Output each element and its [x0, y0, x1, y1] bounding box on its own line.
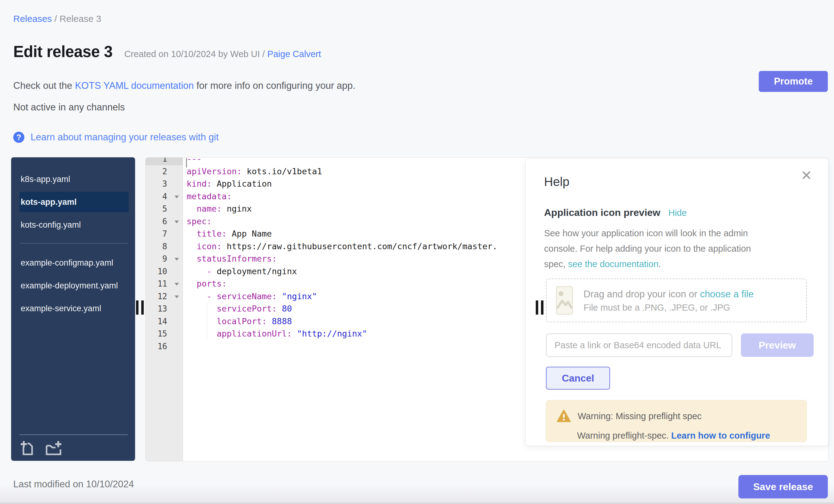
- code-token: [186, 229, 197, 238]
- gutter-line-11[interactable]: 11: [146, 278, 182, 290]
- sidebar-footer: [19, 435, 128, 461]
- gutter-line-4[interactable]: 4: [146, 190, 182, 203]
- icon-url-row: Preview: [546, 333, 814, 357]
- close-icon[interactable]: ✕: [801, 169, 812, 182]
- kots-yaml-docs-link[interactable]: KOTS YAML documentation: [75, 80, 194, 91]
- sidebar-file-example-deployment.yaml[interactable]: example-deployment.yaml: [19, 276, 129, 296]
- created-text: Created on 10/10/2024 by Web UI /: [124, 49, 267, 59]
- image-placeholder-icon: [556, 286, 573, 315]
- preview-button[interactable]: Preview: [741, 333, 814, 357]
- code-token: [186, 266, 207, 276]
- code-token: kind:: [186, 179, 212, 189]
- code-token: title:: [197, 229, 227, 238]
- save-release-button[interactable]: Save release: [739, 475, 828, 499]
- icon-preview-title: Application icon preview: [544, 207, 660, 218]
- code-token: -: [207, 291, 212, 301]
- code-token: [186, 279, 197, 288]
- created-info: Created on 10/10/2024 by Web UI / Paige …: [124, 49, 321, 59]
- question-circle-icon: ?: [13, 132, 24, 143]
- code-token: [186, 329, 217, 338]
- code-token: ports:: [197, 279, 227, 288]
- gutter-line-16[interactable]: 16: [146, 340, 182, 353]
- sidebar-file-example-service.yaml[interactable]: example-service.yaml: [19, 298, 129, 319]
- file-sidebar: k8s-app.yamlkots-app.yamlkots-config.yam…: [11, 157, 135, 461]
- add-folder-icon[interactable]: [44, 440, 63, 457]
- sidebar-resize-handle[interactable]: [136, 301, 144, 314]
- help-panel: ✕ Help Application icon preview Hide See…: [525, 158, 829, 446]
- sidebar-divider: [20, 243, 128, 243]
- code-token: apiVersion:: [186, 167, 242, 176]
- footer-bar: Last modified on 10/10/2024 Save release: [0, 461, 834, 504]
- code-token: icon:: [197, 242, 222, 251]
- code-token: [212, 291, 217, 301]
- dropzone-text-prefix: Drag and drop your icon or: [584, 289, 700, 300]
- sidebar-file-list: k8s-app.yamlkots-app.yamlkots-config.yam…: [11, 157, 135, 319]
- gutter-line-9[interactable]: 9: [146, 253, 182, 265]
- code-token: statusInformers:: [197, 254, 277, 263]
- code-token: "nginx": [277, 291, 317, 301]
- code-token: 8888: [267, 316, 292, 326]
- code-token: ---: [186, 157, 202, 163]
- docs-info-line: Check out the KOTS YAML documentation fo…: [13, 80, 355, 91]
- code-token: [186, 316, 217, 326]
- help-panel-resize-handle[interactable]: [536, 301, 544, 314]
- gutter-line-1[interactable]: 1: [146, 157, 182, 165]
- learn-how-to-configure-link[interactable]: Learn how to configure: [671, 431, 770, 440]
- fold-arrow-icon[interactable]: [175, 196, 179, 198]
- description-period: .: [659, 259, 661, 269]
- breadcrumb-releases-link[interactable]: Releases: [13, 14, 52, 24]
- code-token: [186, 304, 217, 313]
- preflight-warning-box: Warning: Missing preflight spec Warning …: [546, 400, 807, 442]
- sidebar-file-example-configmap.yaml[interactable]: example-configmap.yaml: [19, 253, 129, 273]
- warning-triangle-icon: [557, 410, 571, 422]
- git-help-row: ? Learn about managing your releases wit…: [13, 132, 219, 143]
- add-file-icon[interactable]: [19, 440, 36, 457]
- channel-status: Not active in any channels: [13, 102, 125, 113]
- promote-button[interactable]: Promote: [759, 71, 828, 92]
- see-documentation-link[interactable]: see the documentation: [568, 259, 658, 269]
- gutter-line-12[interactable]: 12: [146, 290, 182, 303]
- code-token: spec:: [186, 217, 212, 226]
- gutter-line-3[interactable]: 3: [146, 178, 182, 190]
- gutter-line-10[interactable]: 10: [146, 265, 182, 278]
- breadcrumb-separator: /: [52, 14, 60, 24]
- icon-preview-section-header: Application icon preview Hide: [544, 207, 687, 218]
- gutter-line-6[interactable]: 6: [146, 215, 182, 228]
- gutter-line-13[interactable]: 13: [146, 303, 182, 315]
- gutter-line-2[interactable]: 2: [146, 165, 182, 178]
- last-modified-text: Last modified on 10/10/2024: [13, 479, 134, 490]
- gutter-line-5[interactable]: 5: [146, 203, 182, 215]
- breadcrumb-current: Release 3: [60, 14, 101, 24]
- cancel-button[interactable]: Cancel: [546, 367, 610, 390]
- sidebar-file-kots-app.yaml[interactable]: kots-app.yaml: [19, 192, 129, 212]
- warning-title: Warning: Missing preflight spec: [578, 411, 702, 421]
- gutter-line-8[interactable]: 8: [146, 240, 182, 253]
- help-panel-title: Help: [544, 175, 569, 189]
- dropzone-subtext: File must be a .PNG, .JPEG, or .JPG: [584, 301, 753, 314]
- fold-arrow-icon[interactable]: [175, 221, 179, 223]
- created-by-link[interactable]: Paige Calvert: [267, 49, 321, 59]
- breadcrumb: Releases / Release 3: [13, 14, 101, 24]
- code-token: "http://nginx": [292, 329, 367, 338]
- icon-dropzone[interactable]: Drag and drop your icon or choose a file…: [546, 279, 807, 322]
- dropzone-text: Drag and drop your icon or choose a file: [584, 287, 753, 301]
- code-token: https://raw.githubusercontent.com/cncf/a…: [222, 242, 498, 251]
- icon-preview-description: See how your application icon will look …: [544, 225, 772, 272]
- fold-arrow-icon[interactable]: [175, 258, 179, 261]
- code-token: kots.io/v1beta1: [242, 167, 322, 176]
- fold-arrow-icon[interactable]: [175, 283, 179, 286]
- git-help-link[interactable]: Learn about managing your releases with …: [30, 132, 219, 143]
- icon-url-input[interactable]: [546, 333, 732, 357]
- sidebar-file-k8s-app.yaml[interactable]: k8s-app.yaml: [19, 169, 129, 190]
- code-token: [186, 291, 207, 301]
- code-token: nginx: [222, 204, 252, 214]
- hide-link[interactable]: Hide: [668, 208, 687, 218]
- gutter-line-14[interactable]: 14: [146, 315, 182, 328]
- code-token: [186, 254, 197, 263]
- gutter-line-15[interactable]: 15: [146, 328, 182, 340]
- code-token: deployment/nginx: [212, 266, 297, 276]
- fold-arrow-icon[interactable]: [175, 295, 179, 298]
- choose-file-link[interactable]: choose a file: [700, 289, 753, 300]
- sidebar-file-kots-config.yaml[interactable]: kots-config.yaml: [19, 215, 129, 235]
- gutter-line-7[interactable]: 7: [146, 228, 182, 240]
